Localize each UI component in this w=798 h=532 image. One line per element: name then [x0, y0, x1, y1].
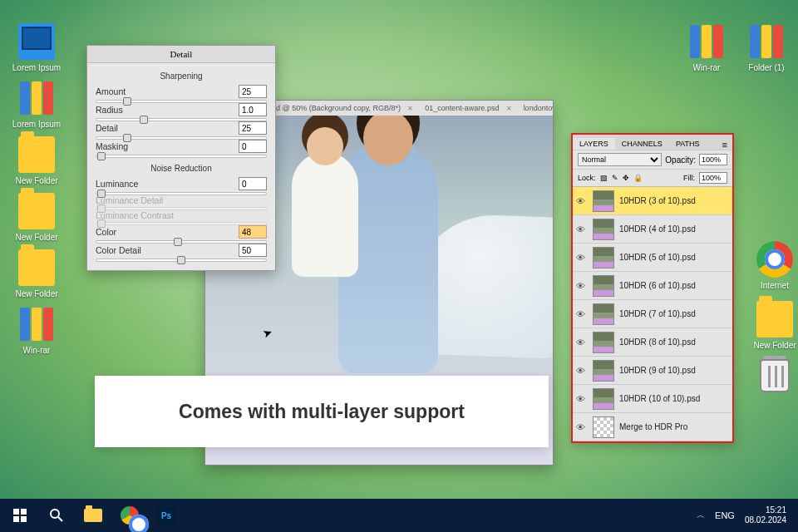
opacity-label: Opacity:	[665, 155, 696, 165]
visibility-eye-icon[interactable]: 👁	[576, 394, 588, 404]
layer-name: 10HDR (9 of 10).psd	[619, 366, 696, 375]
layer-thumbnail[interactable]	[593, 416, 614, 438]
layer-row[interactable]: 👁10HDR (7 of 10).psd	[573, 300, 732, 328]
layer-thumbnail[interactable]	[593, 360, 614, 382]
layer-name: 10HDR (3 of 10).psd	[619, 196, 696, 205]
visibility-eye-icon[interactable]: 👁	[576, 309, 588, 319]
slider-luminance[interactable]: Luminance0	[96, 177, 267, 195]
desktop-icon-new-folder[interactable]: New Folder	[750, 301, 798, 350]
layer-thumbnail[interactable]	[593, 303, 614, 325]
layer-row[interactable]: 👁Merge to HDR Pro	[573, 413, 732, 441]
slider-color-detail[interactable]: Color Detail50	[96, 244, 267, 262]
tab-paths[interactable]: PATHS	[669, 138, 707, 150]
desktop-icon-lorem-ipsum[interactable]: Lorem Ipsum	[12, 80, 62, 129]
document-tab[interactable]: 01_content-aware.psd	[425, 104, 511, 112]
desktop-icon-internet[interactable]: Internet	[750, 241, 798, 290]
layer-name: 10HDR (6 of 10).psd	[619, 281, 696, 290]
slider-amount[interactable]: Amount25	[96, 85, 267, 103]
opacity-input[interactable]: 100%	[699, 154, 727, 165]
detail-panel[interactable]: Detail Sharpening Amount25Radius1.0Detai…	[86, 45, 276, 271]
slider-radius[interactable]: Radius1.0	[96, 103, 267, 121]
lock-transparency-icon[interactable]: ▧	[600, 174, 608, 182]
layer-name: 10HDR (5 of 10).psd	[619, 253, 696, 262]
layer-name: 10HDR (7 of 10).psd	[619, 309, 696, 318]
slider-color[interactable]: Color48	[96, 225, 267, 244]
caption-text: Comes with multi-layer support	[179, 401, 465, 423]
visibility-eye-icon[interactable]: 👁	[576, 224, 588, 234]
desktop-icon-win-rar[interactable]: Win-rar	[682, 23, 732, 72]
visibility-eye-icon[interactable]: 👁	[576, 196, 588, 206]
layer-thumbnail[interactable]	[593, 388, 614, 410]
lock-all-icon[interactable]: 🔒	[633, 174, 643, 182]
chrome-taskbar-icon[interactable]	[113, 499, 146, 532]
desktop-icon-new-folder[interactable]: New Folder	[12, 193, 62, 242]
desktop-icon-new-folder[interactable]: New Folder	[12, 136, 62, 185]
layer-thumbnail[interactable]	[593, 219, 614, 240]
slider-masking[interactable]: Masking0	[96, 140, 267, 158]
lock-position-icon[interactable]: ✥	[623, 174, 629, 182]
layers-panel[interactable]: LAYERS CHANNELS PATHS ≡ Normal Opacity: …	[571, 133, 734, 443]
svg-rect-0	[13, 509, 19, 515]
slider-value[interactable]: 0	[239, 177, 267, 190]
layer-row[interactable]: 👁10HDR (4 of 10).psd	[573, 215, 732, 244]
slider-value[interactable]: 48	[239, 225, 267, 239]
panel-menu-icon[interactable]: ≡	[717, 140, 732, 150]
layer-row[interactable]: 👁10HDR (6 of 10).psd	[573, 272, 732, 300]
desktop-icon-trash[interactable]	[750, 357, 798, 397]
layer-thumbnail[interactable]	[593, 275, 614, 297]
blend-mode-select[interactable]: Normal	[578, 153, 662, 166]
document-tab[interactable]: londontowerpanoLOW.jpg	[524, 104, 553, 112]
slider-value[interactable]: 0	[239, 140, 267, 153]
tab-layers[interactable]: LAYERS	[573, 138, 615, 150]
lock-image-icon[interactable]: ✎	[612, 174, 618, 182]
svg-rect-2	[13, 516, 19, 522]
tab-channels[interactable]: CHANNELS	[615, 138, 669, 150]
layer-thumbnail[interactable]	[593, 247, 614, 268]
desktop-icon-folder-1-[interactable]: Folder (1)	[741, 23, 791, 72]
explorer-icon[interactable]	[76, 499, 110, 532]
clock[interactable]: 15:21 08.02.2024	[745, 505, 786, 525]
layer-thumbnail[interactable]	[593, 190, 614, 212]
desktop-icon-new-folder[interactable]: New Folder	[12, 249, 62, 298]
taskbar[interactable]: Ps ︿ ENG 15:21 08.02.2024	[0, 499, 798, 532]
slider-luminance-detail[interactable]: Luminance Detail	[96, 195, 267, 210]
svg-rect-3	[21, 516, 27, 522]
noise-heading: Noise Reduction	[96, 164, 267, 173]
svg-rect-1	[21, 509, 27, 515]
layer-name: Merge to HDR Pro	[619, 422, 687, 431]
slider-detail[interactable]: Detail25	[96, 121, 267, 140]
slider-luminance-contrast[interactable]: Luminance Contrast	[96, 210, 267, 225]
tray-chevron-icon[interactable]: ︿	[697, 510, 705, 521]
layer-row[interactable]: 👁10HDR (8 of 10).psd	[573, 328, 732, 357]
panel-title: Detail	[87, 46, 275, 63]
visibility-eye-icon[interactable]: 👁	[576, 281, 588, 291]
slider-value[interactable]: 25	[239, 121, 267, 135]
visibility-eye-icon[interactable]: 👁	[576, 422, 588, 432]
visibility-eye-icon[interactable]: 👁	[576, 366, 588, 376]
slider-value[interactable]: 1.0	[239, 103, 267, 116]
lock-label: Lock:	[578, 174, 596, 182]
slider-value[interactable]: 25	[239, 85, 267, 98]
fill-label: Fill:	[683, 174, 695, 182]
layer-name: 10HDR (10 of 10).psd	[619, 394, 700, 403]
search-button[interactable]	[40, 499, 73, 532]
caption-banner: Comes with multi-layer support	[95, 376, 549, 447]
visibility-eye-icon[interactable]: 👁	[576, 337, 588, 347]
layer-row[interactable]: 👁10HDR (10 of 10).psd	[573, 385, 732, 413]
layer-row[interactable]: 👁10HDR (3 of 10).psd	[573, 187, 732, 215]
desktop-icon-win-rar[interactable]: Win-rar	[12, 306, 62, 355]
layer-name: 10HDR (8 of 10).psd	[619, 337, 696, 347]
photoshop-taskbar-icon[interactable]: Ps	[150, 499, 183, 532]
sharpening-heading: Sharpening	[96, 71, 267, 81]
layer-row[interactable]: 👁10HDR (5 of 10).psd	[573, 244, 732, 272]
slider-value[interactable]: 50	[239, 244, 267, 257]
layer-thumbnail[interactable]	[593, 332, 614, 353]
svg-point-4	[51, 510, 59, 518]
desktop-icon-lorem-ipsum[interactable]: Lorem Ipsum	[12, 23, 62, 72]
fill-input[interactable]: 100%	[699, 172, 727, 184]
start-button[interactable]	[3, 499, 37, 532]
layer-row[interactable]: 👁10HDR (9 of 10).psd	[573, 357, 732, 385]
visibility-eye-icon[interactable]: 👁	[576, 253, 588, 263]
desktop: Lorem IpsumLorem IpsumNew FolderNew Fold…	[0, 0, 798, 499]
lang-indicator[interactable]: ENG	[715, 510, 735, 520]
